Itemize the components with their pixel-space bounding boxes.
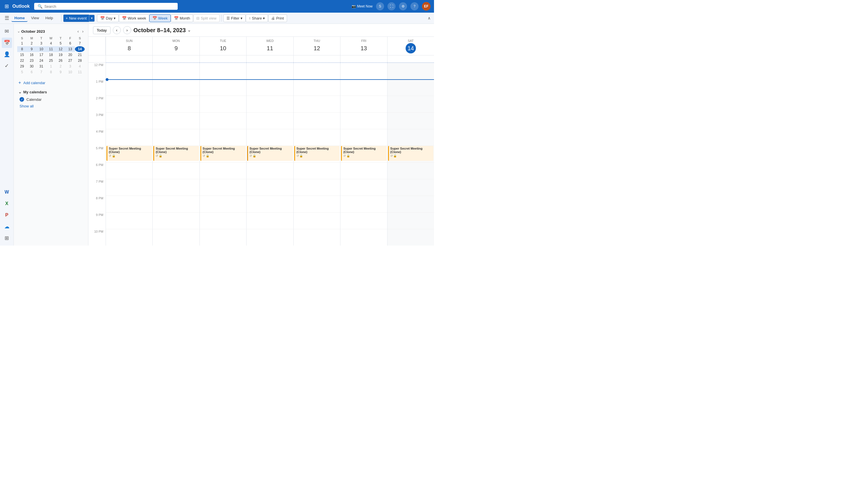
- avatar[interactable]: EF: [422, 2, 431, 11]
- day-col-tue[interactable]: Super Secret Meeting (Clone) ↺ 🔒: [199, 63, 246, 246]
- day-view-btn[interactable]: 📅 Day ▾: [97, 14, 119, 22]
- mini-cal-day[interactable]: 9: [27, 46, 37, 52]
- event-thu[interactable]: Super Secret Meeting (Clone) ↺ 🔒: [294, 146, 339, 161]
- mini-cal-next[interactable]: ›: [81, 28, 85, 34]
- nav-onedrive[interactable]: ☁: [2, 222, 12, 232]
- mini-cal-day[interactable]: 18: [46, 52, 56, 58]
- month-view-btn[interactable]: 📅 Month: [171, 14, 193, 22]
- mini-cal-day[interactable]: 12: [56, 46, 65, 52]
- tab-help[interactable]: Help: [42, 15, 56, 22]
- mini-cal-day[interactable]: 5: [56, 40, 65, 46]
- mini-cal-day[interactable]: 4: [75, 63, 85, 69]
- mini-cal-day[interactable]: 26: [56, 58, 65, 63]
- mini-cal-prev[interactable]: ‹: [76, 28, 80, 34]
- mini-cal-day[interactable]: 29: [17, 63, 27, 69]
- day-col-wed[interactable]: Super Secret Meeting (Clone) ↺ 🔒: [246, 63, 293, 246]
- mini-cal-day[interactable]: 1: [17, 40, 27, 46]
- event-mon[interactable]: Super Secret Meeting (Clone) ↺ 🔒: [153, 146, 199, 161]
- mini-cal-day[interactable]: 8: [17, 46, 27, 52]
- mini-cal-day[interactable]: 6: [65, 40, 75, 46]
- day-col-sun[interactable]: Super Secret Meeting (Clone) ↺ 🔒: [106, 63, 153, 246]
- filter-btn[interactable]: ☰ Filter ▾: [223, 14, 246, 22]
- day-header-fri[interactable]: Fri 13: [340, 37, 387, 55]
- nav-apps[interactable]: ⊞: [2, 233, 12, 243]
- mini-cal-day[interactable]: 8: [46, 69, 56, 75]
- mini-cal-day[interactable]: 7: [37, 69, 46, 75]
- mini-cal-day[interactable]: 1: [46, 63, 56, 69]
- day-header-wed[interactable]: Wed 11: [246, 37, 293, 55]
- new-event-dropdown-arrow[interactable]: ▾: [89, 15, 95, 22]
- mini-cal-day[interactable]: 2: [56, 63, 65, 69]
- day-col-mon[interactable]: Super Secret Meeting (Clone) ↺ 🔒: [153, 63, 199, 246]
- day-header-mon[interactable]: Mon 9: [153, 37, 199, 55]
- print-btn[interactable]: 🖨 Print: [268, 14, 287, 22]
- mini-cal-day[interactable]: 24: [37, 58, 46, 63]
- event-fri[interactable]: Super Secret Meeting (Clone) ↺ 🔒: [341, 146, 386, 161]
- mini-cal-day[interactable]: 14: [75, 46, 85, 52]
- event-wed[interactable]: Super Secret Meeting (Clone) ↺ 🔒: [247, 146, 293, 161]
- meet-now-btn[interactable]: 📷 Meet Now: [352, 4, 373, 8]
- day-col-fri[interactable]: Super Secret Meeting (Clone) ↺ 🔒: [340, 63, 387, 246]
- settings-icon[interactable]: ⚙: [399, 2, 407, 10]
- nav-mail[interactable]: ✉: [2, 26, 12, 37]
- tab-home[interactable]: Home: [12, 15, 27, 22]
- mini-cal-day[interactable]: 2: [27, 40, 37, 46]
- mini-cal-day[interactable]: 7: [75, 40, 85, 46]
- nav-powerpoint[interactable]: P: [2, 210, 12, 220]
- day-header-tue[interactable]: Tue 10: [199, 37, 246, 55]
- week-view-btn[interactable]: 📅 Week: [149, 14, 171, 22]
- search-input[interactable]: [44, 4, 174, 8]
- show-all-link[interactable]: Show all: [14, 103, 88, 110]
- mini-cal-day[interactable]: 5: [17, 69, 27, 75]
- event-sat[interactable]: Super Secret Meeting (Clone) ↺ 🔒: [388, 146, 433, 161]
- mini-cal-day[interactable]: 16: [27, 52, 37, 58]
- mini-cal-day[interactable]: 27: [65, 58, 75, 63]
- mini-cal-day[interactable]: 11: [46, 46, 56, 52]
- mini-cal-day[interactable]: 20: [65, 52, 75, 58]
- mini-cal-day[interactable]: 22: [17, 58, 27, 63]
- prev-week-btn[interactable]: ‹: [113, 26, 121, 34]
- calendar-item-calendar[interactable]: ✓ Calendar: [14, 96, 88, 103]
- mini-cal-day[interactable]: 4: [46, 40, 56, 46]
- mini-cal-day[interactable]: 15: [17, 52, 27, 58]
- event-tue[interactable]: Super Secret Meeting (Clone) ↺ 🔒: [200, 146, 246, 161]
- tab-view[interactable]: View: [28, 15, 42, 22]
- fullscreen-icon[interactable]: ⛶: [388, 2, 396, 10]
- nav-tasks[interactable]: ✓: [2, 61, 12, 71]
- hamburger-icon[interactable]: ☰: [5, 15, 9, 21]
- day-header-thu[interactable]: Thu 12: [293, 37, 340, 55]
- mini-cal-day[interactable]: 10: [37, 46, 46, 52]
- add-calendar-btn[interactable]: + Add calendar: [14, 77, 88, 88]
- workweek-view-btn[interactable]: 📅 Work week: [119, 14, 149, 22]
- mini-cal-day[interactable]: 25: [46, 58, 56, 63]
- mini-cal-day[interactable]: 23: [27, 58, 37, 63]
- day-header-sat[interactable]: Sat 14: [387, 37, 434, 55]
- mini-cal-day[interactable]: 21: [75, 52, 85, 58]
- mini-cal-day[interactable]: 3: [65, 63, 75, 69]
- mini-cal-day[interactable]: 28: [75, 58, 85, 63]
- event-sun[interactable]: Super Secret Meeting (Clone) ↺ 🔒: [106, 146, 152, 161]
- nav-people[interactable]: 👤: [2, 49, 12, 59]
- share-btn[interactable]: ↑ Share ▾: [246, 14, 268, 22]
- my-calendars-header[interactable]: ⌄ My calendars: [14, 88, 88, 96]
- collapse-ribbon-icon[interactable]: ∧: [428, 16, 431, 20]
- mini-cal-collapse[interactable]: ⌄: [17, 29, 20, 33]
- nav-excel[interactable]: X: [2, 198, 12, 209]
- grid-icon[interactable]: ⊞: [3, 2, 10, 11]
- day-header-sun[interactable]: Sun 8: [106, 37, 153, 55]
- mini-cal-day[interactable]: 19: [56, 52, 65, 58]
- day-col-thu[interactable]: Super Secret Meeting (Clone) ↺ 🔒: [293, 63, 340, 246]
- help-icon[interactable]: ?: [411, 2, 418, 10]
- split-view-btn[interactable]: ⊟ Split view: [193, 14, 220, 22]
- mini-cal-day[interactable]: 31: [37, 63, 46, 69]
- mini-cal-day[interactable]: 30: [27, 63, 37, 69]
- mini-cal-day[interactable]: 3: [37, 40, 46, 46]
- range-dropdown-icon[interactable]: ⌄: [188, 28, 191, 33]
- skype-icon[interactable]: S: [376, 2, 384, 10]
- mini-cal-day[interactable]: 13: [65, 46, 75, 52]
- next-week-btn[interactable]: ›: [123, 26, 131, 34]
- new-event-btn[interactable]: + New event ▾: [63, 14, 95, 22]
- day-col-sat[interactable]: Super Secret Meeting (Clone) ↺ 🔒: [387, 63, 434, 246]
- mini-cal-day[interactable]: 10: [65, 69, 75, 75]
- mini-cal-day[interactable]: 17: [37, 52, 46, 58]
